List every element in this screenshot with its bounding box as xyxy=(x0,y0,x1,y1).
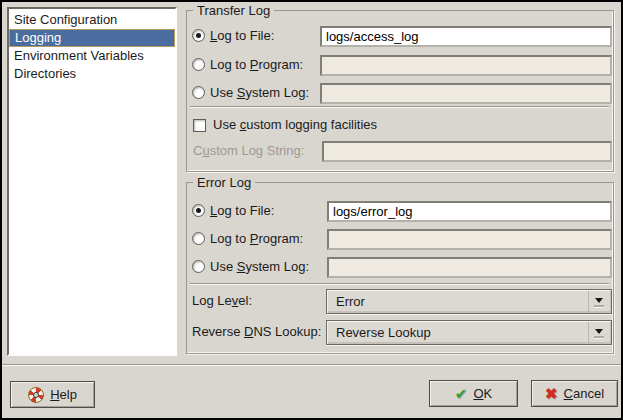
log-level-value: Error xyxy=(336,294,365,309)
reverse-dns-label: Reverse DNS Lookup: xyxy=(192,324,321,340)
use-custom-logging-checkbox[interactable] xyxy=(193,119,206,132)
chevron-down-icon xyxy=(595,329,603,334)
error-log-legend: Error Log xyxy=(193,175,255,190)
help-button-label: Help xyxy=(50,387,77,402)
error-system-log-input xyxy=(327,257,612,278)
transfer-log-to-program-radio[interactable] xyxy=(192,58,205,71)
custom-log-string-label: Custom Log String: xyxy=(193,143,304,159)
log-level-dropdown-button[interactable] xyxy=(588,291,610,312)
check-icon: ✔ xyxy=(455,386,468,401)
reverse-dns-value: Reverse Lookup xyxy=(336,325,431,340)
ok-button-label: OK xyxy=(473,386,492,401)
error-use-system-log-label: Use System Log: xyxy=(210,259,309,275)
error-log-to-file-label: Log to File: xyxy=(210,203,274,219)
error-log-to-program-label: Log to Program: xyxy=(210,231,303,247)
help-button[interactable]: Help xyxy=(10,381,95,408)
x-icon: ✖ xyxy=(545,386,558,401)
action-area-separator xyxy=(2,364,621,365)
error-log-file-input[interactable] xyxy=(327,201,612,222)
sidebar-item-logging[interactable]: Logging xyxy=(9,29,175,47)
sidebar-item-directories[interactable]: Directories xyxy=(9,65,175,83)
cancel-button[interactable]: ✖ Cancel xyxy=(531,380,618,407)
combo-bar-icon xyxy=(594,305,604,307)
error-use-system-log-radio[interactable] xyxy=(192,260,205,273)
sidebar-item-environment-variables[interactable]: Environment Variables xyxy=(9,47,175,65)
error-log-to-program-radio[interactable] xyxy=(192,232,205,245)
logging-config-dialog: Site Configuration Logging Environment V… xyxy=(0,0,623,420)
transfer-log-file-input[interactable] xyxy=(320,26,612,47)
transfer-frame-separator xyxy=(190,106,609,107)
log-level-label: Log Level: xyxy=(192,293,252,309)
error-frame-separator xyxy=(190,283,609,284)
sidebar-item-site-configuration[interactable]: Site Configuration xyxy=(9,11,175,29)
custom-log-string-input xyxy=(322,141,612,162)
transfer-log-to-program-label: Log to Program: xyxy=(210,57,303,73)
reverse-dns-dropdown-button[interactable] xyxy=(588,322,610,343)
transfer-log-legend: Transfer Log xyxy=(193,3,274,18)
transfer-system-log-input xyxy=(320,83,612,104)
error-log-program-input xyxy=(327,229,612,250)
ok-button[interactable]: ✔ OK xyxy=(429,380,518,407)
use-custom-logging-label: Use custom logging facilities xyxy=(213,117,377,133)
reverse-dns-dropdown[interactable]: Reverse Lookup xyxy=(326,320,612,345)
combo-bar-icon xyxy=(594,336,604,338)
transfer-use-system-log-radio[interactable] xyxy=(192,86,205,99)
transfer-log-to-file-label: Log to File: xyxy=(210,28,274,44)
transfer-log-to-file-radio[interactable] xyxy=(192,29,205,42)
error-log-to-file-radio[interactable] xyxy=(192,204,205,217)
log-level-dropdown[interactable]: Error xyxy=(326,289,612,314)
category-list[interactable]: Site Configuration Logging Environment V… xyxy=(7,7,177,356)
transfer-log-program-input xyxy=(320,55,612,76)
transfer-use-system-log-label: Use System Log: xyxy=(210,85,309,101)
help-lifebuoy-icon xyxy=(28,387,44,403)
chevron-down-icon xyxy=(595,298,603,303)
cancel-button-label: Cancel xyxy=(564,386,604,401)
